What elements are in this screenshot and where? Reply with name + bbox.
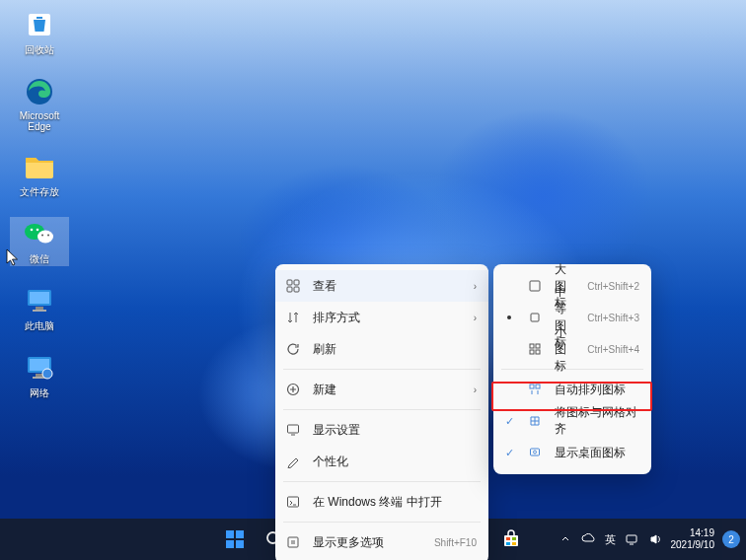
tray-onedrive-icon[interactable] bbox=[581, 531, 597, 547]
menu-item-terminal[interactable]: 在 Windows 终端 中打开 bbox=[275, 486, 488, 518]
desktop-icons-area: 回收站 Microsoft Edge 文件存放 微信 此电脑 网络 bbox=[10, 8, 69, 400]
tray-network-icon[interactable] bbox=[624, 531, 639, 547]
tray-ime-indicator[interactable]: 英 bbox=[605, 532, 616, 547]
menu-separator bbox=[283, 369, 481, 370]
start-button[interactable] bbox=[218, 523, 252, 556]
submenu-item-auto-arrange[interactable]: 自动排列图标 bbox=[493, 374, 651, 405]
store-button[interactable] bbox=[494, 523, 528, 556]
personalize-icon bbox=[285, 454, 301, 469]
desktop-context-menu: 查看 › 排序方式 › 刷新 新建 › 显示设置 个性化 在 Windows 终… bbox=[275, 264, 488, 560]
show-icons-icon bbox=[527, 445, 543, 460]
chevron-right-icon: › bbox=[474, 385, 477, 395]
tray-date: 2021/9/10 bbox=[671, 539, 715, 551]
tray-notification-badge[interactable]: 2 bbox=[722, 530, 740, 548]
medium-icons-icon bbox=[527, 310, 543, 325]
svg-rect-19 bbox=[294, 280, 299, 285]
desktop-icon-this-pc[interactable]: 此电脑 bbox=[10, 284, 69, 333]
submenu-shortcut: Ctrl+Shift+3 bbox=[587, 313, 639, 323]
desktop-icon-edge[interactable]: Microsoft Edge bbox=[10, 75, 69, 132]
svg-rect-10 bbox=[30, 292, 49, 304]
align-grid-icon bbox=[527, 413, 543, 429]
menu-separator bbox=[283, 481, 481, 482]
menu-item-personalize[interactable]: 个性化 bbox=[275, 446, 488, 477]
menu-label: 显示设置 bbox=[313, 422, 477, 439]
submenu-item-align-grid[interactable]: ✓ 将图标与网格对齐 bbox=[493, 405, 651, 437]
desktop-icon-recycle-bin[interactable]: 回收站 bbox=[10, 8, 69, 57]
desktop-icon-network[interactable]: 网络 bbox=[10, 351, 69, 400]
svg-point-17 bbox=[42, 369, 52, 379]
menu-item-new[interactable]: 新建 › bbox=[275, 374, 488, 405]
mouse-cursor bbox=[6, 248, 20, 266]
svg-rect-21 bbox=[294, 287, 299, 292]
svg-rect-56 bbox=[627, 535, 636, 542]
tray-clock[interactable]: 14:19 2021/9/10 bbox=[671, 527, 715, 551]
submenu-label: 显示桌面图标 bbox=[555, 445, 639, 461]
icon-label: 此电脑 bbox=[25, 319, 54, 333]
svg-rect-28 bbox=[530, 344, 534, 348]
icon-label: 文件存放 bbox=[20, 185, 59, 199]
icon-label: 网络 bbox=[30, 386, 49, 400]
svg-point-7 bbox=[41, 235, 43, 237]
submenu-label: 小图标 bbox=[555, 324, 575, 375]
svg-rect-25 bbox=[288, 537, 298, 547]
svg-point-4 bbox=[37, 231, 53, 244]
icon-label: 回收站 bbox=[25, 43, 54, 57]
submenu-item-small-icons[interactable]: 小图标 Ctrl+Shift+4 bbox=[493, 333, 651, 365]
small-icons-icon bbox=[527, 341, 543, 357]
terminal-icon bbox=[285, 494, 301, 510]
radio-indicator bbox=[503, 315, 515, 319]
menu-label: 排序方式 bbox=[313, 310, 462, 326]
svg-rect-54 bbox=[506, 542, 510, 545]
tray-time: 14:19 bbox=[671, 527, 715, 539]
folder-icon bbox=[23, 150, 56, 183]
menu-item-sort[interactable]: 排序方式 › bbox=[275, 302, 488, 333]
menu-label: 个性化 bbox=[313, 454, 477, 470]
svg-rect-1 bbox=[37, 17, 42, 19]
tray-chevron-icon[interactable] bbox=[558, 531, 573, 547]
network-icon bbox=[23, 351, 56, 385]
check-indicator: ✓ bbox=[503, 415, 515, 428]
menu-separator bbox=[283, 409, 481, 410]
icon-label: 微信 bbox=[30, 252, 49, 266]
svg-point-6 bbox=[37, 229, 39, 232]
menu-item-more-options[interactable]: 显示更多选项 Shift+F10 bbox=[275, 526, 488, 558]
desktop-icon-folder[interactable]: 文件存放 bbox=[10, 150, 69, 199]
recycle-bin-icon bbox=[23, 8, 56, 41]
tray-volume-icon[interactable] bbox=[647, 531, 663, 547]
chevron-right-icon: › bbox=[474, 313, 477, 323]
svg-rect-20 bbox=[287, 287, 292, 292]
svg-point-5 bbox=[31, 229, 34, 232]
display-icon bbox=[285, 422, 301, 438]
svg-rect-37 bbox=[236, 530, 244, 538]
edge-icon bbox=[23, 75, 56, 108]
submenu-label: 自动排列图标 bbox=[555, 382, 639, 398]
system-tray: 英 14:19 2021/9/10 2 bbox=[558, 527, 741, 551]
svg-rect-33 bbox=[536, 385, 540, 388]
svg-rect-55 bbox=[512, 542, 516, 545]
sort-icon bbox=[285, 310, 301, 325]
view-submenu: 大图标 Ctrl+Shift+2 中等图标 Ctrl+Shift+3 小图标 C… bbox=[493, 264, 651, 474]
new-icon bbox=[285, 382, 301, 397]
svg-rect-36 bbox=[226, 530, 234, 538]
svg-rect-26 bbox=[530, 281, 540, 291]
menu-item-display-settings[interactable]: 显示设置 bbox=[275, 414, 488, 446]
refresh-icon bbox=[285, 341, 301, 357]
more-icon bbox=[285, 534, 301, 550]
menu-shortcut: Shift+F10 bbox=[434, 537, 477, 548]
menu-separator bbox=[283, 522, 481, 523]
icon-label: Microsoft Edge bbox=[10, 110, 69, 132]
svg-rect-32 bbox=[530, 385, 534, 388]
menu-label: 新建 bbox=[313, 382, 462, 398]
this-pc-icon bbox=[23, 284, 56, 317]
menu-item-refresh[interactable]: 刷新 bbox=[275, 333, 488, 365]
view-icon bbox=[285, 278, 301, 294]
submenu-item-show-desktop-icons[interactable]: ✓ 显示桌面图标 bbox=[493, 437, 651, 468]
check-indicator: ✓ bbox=[503, 447, 515, 459]
submenu-shortcut: Ctrl+Shift+2 bbox=[587, 281, 639, 292]
svg-rect-27 bbox=[531, 314, 539, 321]
menu-item-view[interactable]: 查看 › bbox=[275, 270, 488, 302]
svg-rect-39 bbox=[236, 540, 244, 548]
svg-rect-30 bbox=[530, 350, 534, 354]
menu-label: 显示更多选项 bbox=[313, 534, 422, 551]
svg-rect-34 bbox=[531, 449, 540, 455]
